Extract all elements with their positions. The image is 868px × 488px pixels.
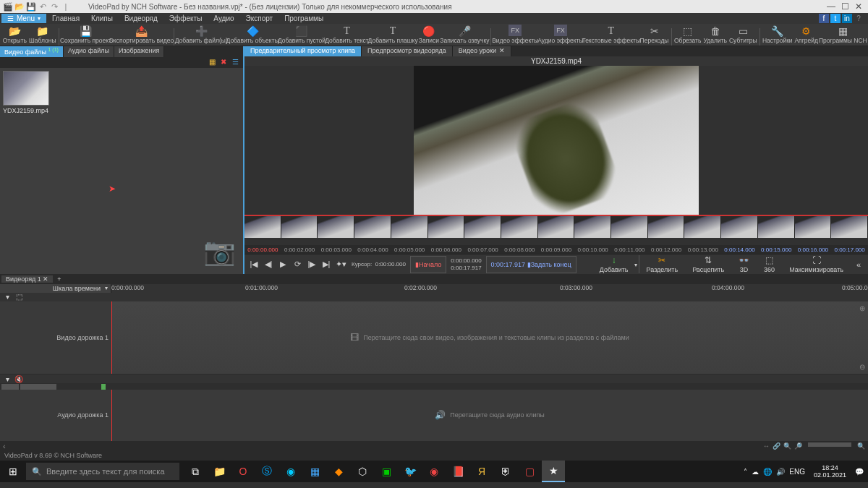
speed-button[interactable]: ✦▾ [334,258,347,271]
zoom-in-icon[interactable]: 🔍 [857,442,865,450]
step-fwd-button[interactable]: |▶ [305,258,318,271]
filmstrip-thumb[interactable] [354,216,391,238]
audio-track-label[interactable]: Аудио дорожка 1 [0,390,111,441]
redo-icon[interactable]: ↷ [49,1,59,12]
close-button[interactable]: ✕ [855,1,862,12]
add-sequence-button[interactable]: + [54,275,64,283]
ribbon-crop[interactable]: ⬚Обрезать [673,24,702,46]
ribbon-record[interactable]: 🔴Записи [417,24,441,46]
videopad-task-icon[interactable]: ★ [542,461,565,482]
mute-icon[interactable]: 🔇 [14,375,23,383]
zoom-icon[interactable]: 🔎 [794,442,802,450]
filmstrip-thumb[interactable] [831,216,868,238]
ribbon-open[interactable]: 📂Открыть [1,24,28,46]
bin-delete-icon[interactable]: ✖ [218,58,229,68]
app-icon-10[interactable]: ▢ [518,461,541,482]
ribbon-upgrade[interactable]: ⚙Апгрейд [793,24,820,46]
ribbon-add-objects[interactable]: 🔷Добавить объекты [227,24,278,46]
ribbon-settings[interactable]: 🔧Настройки [762,24,793,46]
tab-tutorials[interactable]: Видео уроки✕ [453,46,511,56]
taskbar-clock[interactable]: 18:24 02.01.2021 [809,464,851,479]
ribbon-text-fx[interactable]: TТекстовые эффекты [583,24,639,46]
link-icon[interactable]: 🔗 [773,442,780,450]
filmstrip-thumb[interactable] [574,216,611,238]
filmstrip-thumb[interactable] [758,216,795,238]
ribbon-nch-suite[interactable]: ▦Программы NCH [820,24,867,46]
app-icon-6[interactable]: ◉ [422,461,446,482]
clip-bin-body[interactable]: YDXJ2159.mp4 ➤ 📷 [0,68,243,274]
transport-разделить[interactable]: ✂Разделить [639,255,686,273]
ribbon-add-blank[interactable]: ⬛Добавить пустой [278,24,326,46]
transport-максимизировать[interactable]: ⛶Максимизировать [782,255,851,273]
tab-audio-files[interactable]: Аудио файлы [64,46,114,57]
ribbon-audio-fx[interactable]: FXАудио эффекты [538,24,583,46]
tray-chevron-icon[interactable]: ˄ [744,468,747,476]
twitter-icon[interactable]: t [830,14,841,23]
linkedin-icon[interactable]: in [842,14,852,23]
in-point-button[interactable]: ▮Начало [410,256,446,273]
app-icon-3[interactable]: ⬡ [351,461,374,482]
app-icon-9[interactable]: ⛨ [494,461,517,482]
play-button[interactable]: ▶ [276,258,289,271]
ribbon-transitions[interactable]: ✂Переходы [639,24,669,46]
undo-icon[interactable]: ↶ [38,1,48,12]
facebook-icon[interactable]: f [819,14,829,23]
open-icon[interactable]: 📂 [14,1,25,12]
track-toggle-icon[interactable]: ▾ [3,375,12,383]
ribbon-video-fx[interactable]: FXВидео эффекты [493,24,538,46]
transport-расцепить[interactable]: ⇅Расцепить [685,255,731,273]
transport-360[interactable]: ⬚360 [757,255,782,273]
bin-view-icon[interactable]: ☰ [230,58,240,68]
ribbon-narrate[interactable]: 🎤Записать озвучку [441,24,489,46]
zoom-out-icon[interactable]: ⊖ [859,363,865,371]
menu-sequence[interactable]: Видеоряд [119,14,163,23]
ribbon-templates[interactable]: 📁Шаблоны [28,24,57,46]
app-icon-7[interactable]: 📕 [446,461,469,482]
maximize-button[interactable]: ☐ [841,1,849,12]
ribbon-save[interactable]: 💾Сохранить проект [61,24,111,46]
track-lock-icon[interactable]: ⬚ [14,293,23,301]
track-toggle-icon[interactable]: ▾ [3,293,12,301]
task-view-icon[interactable]: ⧉ [184,461,207,482]
video-track-label[interactable]: Видео дорожка 1 [0,301,111,374]
opera-icon[interactable]: O [231,461,255,482]
tab-clip-preview[interactable]: Предварительный просмотр клипа [244,46,362,56]
menu-programs[interactable]: Программы [278,14,329,23]
app-icon-2[interactable]: ◆ [327,461,350,482]
filmstrip-thumb[interactable] [684,216,721,238]
filmstrip-thumb[interactable] [611,216,648,238]
filmstrip-thumb[interactable] [244,216,281,238]
ribbon-add-text[interactable]: TДобавить текст [325,24,368,46]
expand-icon[interactable]: « [852,258,865,271]
taskbar-search[interactable]: 🔍Введите здесь текст для поиска [26,463,179,480]
audio-track-body[interactable]: 🔊 Перетащите сюда аудио клипы [111,390,868,441]
volume-icon[interactable]: 🔊 [776,468,785,476]
notifications-icon[interactable]: 💬 [855,468,864,476]
transport-добавить[interactable]: ↓Добавить [592,255,639,273]
ribbon-subtitles[interactable]: ▭Субтитры [728,24,758,46]
ribbon-add-files[interactable]: ➕Добавить файл(ы) [176,24,227,46]
app-icon-1[interactable]: ◉ [279,461,302,482]
app-icon-8[interactable]: Я [470,461,493,482]
start-button[interactable]: ⊞ [0,461,26,482]
step-back-button[interactable]: ◀| [262,258,275,271]
tab-images[interactable]: Изображения [114,46,165,57]
explorer-icon[interactable]: 📁 [208,461,231,482]
system-tray[interactable]: ˄ ☁ 🌐 🔊 ENG 18:24 02.01.2021 💬 [739,464,868,479]
transport-3d[interactable]: 👓3D [731,255,757,273]
zoom-in-icon[interactable]: ⊕ [859,304,865,312]
filmstrip-thumb[interactable] [428,216,465,238]
skype-icon[interactable]: Ⓢ [255,461,278,482]
save-icon[interactable]: 💾 [26,1,36,12]
goto-start-button[interactable]: |◀ [247,258,260,271]
filmstrip-thumb[interactable] [281,216,318,238]
filmstrip-thumb[interactable] [318,216,354,238]
network-icon[interactable]: 🌐 [763,468,772,476]
timeline-scale-label[interactable]: Шкала времени▾ [0,284,111,293]
app-icon-4[interactable]: ▣ [375,461,398,482]
ribbon-export[interactable]: 📤Экспортировать видео [111,24,172,46]
filmstrip-thumb[interactable] [391,216,428,238]
tab-video-files[interactable]: Видео файлы 1 (1) [0,46,64,57]
goto-end-button[interactable]: ▶| [320,258,333,271]
menu-export[interactable]: Экспорт [240,14,279,23]
